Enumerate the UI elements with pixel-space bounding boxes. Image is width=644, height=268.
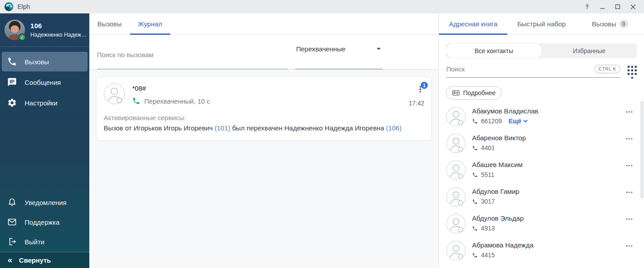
contact-menu-icon[interactable]	[626, 136, 632, 141]
contact-menu-icon[interactable]	[626, 163, 632, 168]
contact-name: Абрамова Надежда	[472, 241, 533, 249]
service-text: был перехвачен Надежненко Надежда Игорев…	[230, 124, 386, 132]
phone-icon	[472, 172, 478, 178]
contact-number: 4415	[481, 251, 495, 259]
tab-calls-right[interactable]: Вызовы 0	[576, 13, 644, 34]
sidebar-item-settings[interactable]: Настройки	[2, 93, 88, 113]
contact-name: Абаренов Виктор	[472, 134, 526, 142]
contact-menu-icon[interactable]	[626, 217, 632, 222]
user-name: Надежненко Надеж…	[30, 32, 87, 38]
contact-row[interactable]: Абдулов Гамир 3017	[446, 184, 632, 211]
tab-label: Адресная книга	[449, 20, 498, 28]
contacts-panel: Адресная книга Быстрый набор Вызовы 0 Вс…	[439, 13, 644, 268]
chevron-down-icon	[376, 48, 381, 50]
collapse-sidebar-button[interactable]: « Свернуть	[0, 252, 89, 268]
details-button-label: Подробнее	[463, 89, 496, 96]
scrollbar-thumb[interactable]	[640, 101, 644, 198]
contacts-search-input[interactable]	[446, 65, 594, 73]
contact-avatar	[446, 134, 466, 153]
contact-row[interactable]: Абаренов Виктор 4401	[446, 130, 632, 157]
contact-menu-icon[interactable]	[626, 243, 632, 248]
close-icon[interactable]	[625, 0, 640, 13]
user-avatar: ✓	[4, 20, 25, 40]
sidebar-item-label: Выйти	[25, 238, 44, 246]
app-logo-icon	[4, 2, 13, 11]
call-number: *08#	[132, 84, 210, 92]
calls-search-input[interactable]	[97, 44, 288, 69]
minimize-icon[interactable]	[595, 0, 610, 13]
services-label: Активированные сервисы:	[104, 113, 424, 123]
phone-icon	[472, 252, 478, 258]
contact-number: 4913	[481, 225, 495, 232]
segment-all-contacts[interactable]: Все контакты	[446, 43, 542, 58]
titlebar: Elph	[0, 0, 644, 13]
sidebar-item-label: Вызовы	[25, 58, 49, 66]
sidebar-item-support[interactable]: Поддержка	[2, 213, 88, 231]
pin-icon[interactable]	[580, 0, 595, 13]
contact-avatar	[446, 241, 466, 260]
intercepted-call-icon	[132, 97, 140, 105]
service-text: Вызов от Игорьков Игорь Игоревич	[104, 124, 215, 132]
sidebar-item-label: Поддержка	[25, 218, 59, 226]
extension-link[interactable]: (101)	[215, 124, 230, 132]
extension-link[interactable]: (106)	[386, 124, 401, 132]
call-card[interactable]: *08# Перехваченный, 10 с 1	[96, 76, 432, 141]
sidebar-item-messages[interactable]: Сообщения	[2, 72, 88, 92]
calls-search-row: Перехваченные	[89, 35, 439, 69]
tab-speed-dial[interactable]: Быстрый набор	[507, 13, 576, 34]
contact-avatar	[446, 187, 466, 207]
tab-address-book[interactable]: Адресная книга	[439, 13, 507, 34]
call-status: Перехваченный, 10 с	[144, 97, 210, 105]
tab-label: Вызовы	[592, 20, 616, 28]
contact-name: Абдулов Гамир	[472, 188, 519, 195]
phone-icon	[472, 118, 478, 124]
more-label: Ещё	[509, 117, 522, 125]
tab-label: Быстрый набор	[517, 20, 566, 28]
calls-filter-select[interactable]: Перехваченные	[295, 44, 383, 69]
maximize-icon[interactable]	[610, 0, 625, 13]
contact-row[interactable]: Абашев Максим 5511	[446, 157, 632, 184]
chat-icon	[7, 77, 17, 87]
sidebar-item-label: Сообщения	[25, 79, 61, 86]
gear-icon	[7, 98, 17, 108]
phone-icon	[472, 145, 478, 151]
contact-row[interactable]: Абрамова Надежда 4415	[446, 238, 632, 264]
filter-value: Перехваченные	[296, 45, 346, 53]
sidebar-item-calls[interactable]: Вызовы	[2, 52, 88, 71]
contact-row[interactable]: Абрамович Иван	[446, 264, 632, 268]
contact-name: Абакумов Владислав	[472, 107, 538, 115]
phone-icon	[7, 57, 17, 67]
tab-calls[interactable]: Вызовы	[89, 13, 130, 34]
envelope-icon	[7, 217, 17, 227]
contact-list: Абакумов Владислав 661209 Ещё	[439, 104, 644, 268]
contact-number: 661209	[481, 117, 502, 125]
call-menu-icon[interactable]: 1	[416, 85, 424, 94]
sidebar-menu: Вызовы Сообщения Настройки	[0, 47, 89, 113]
contact-name: Абашев Максим	[472, 161, 523, 168]
segment-favorites[interactable]: Избранные	[542, 43, 637, 58]
sidebar-item-logout[interactable]: Выйти	[2, 232, 88, 251]
contact-avatar	[446, 214, 466, 234]
contact-avatar	[446, 160, 466, 180]
contact-avatar	[104, 83, 125, 105]
user-profile[interactable]: ✓ 106 Надежненко Надеж…	[0, 13, 89, 47]
contacts-tabs: Адресная книга Быстрый набор Вызовы 0	[439, 13, 644, 35]
details-button[interactable]: Подробнее	[446, 86, 502, 100]
calls-panel: Вызовы Журнал Перехваченные	[89, 13, 439, 268]
notification-badge: 1	[421, 82, 428, 89]
calls-tabs: Вызовы Журнал	[89, 13, 439, 35]
contacts-segmented-control: Все контакты Избранные	[446, 43, 637, 58]
contact-row[interactable]: Абакумов Владислав 661209 Ещё	[446, 104, 632, 130]
collapse-label: Свернуть	[19, 256, 51, 264]
contact-row[interactable]: Абдулов Эльдар 4913	[446, 211, 632, 238]
sidebar-item-notifications[interactable]: Уведомления	[2, 193, 88, 212]
more-numbers-link[interactable]: Ещё	[509, 117, 527, 125]
bell-icon	[7, 197, 17, 207]
tab-journal[interactable]: Журнал	[130, 13, 171, 34]
contact-menu-icon[interactable]	[626, 109, 632, 114]
sidebar-item-label: Уведомления	[25, 199, 67, 206]
contact-menu-icon[interactable]	[626, 190, 632, 195]
phone-icon	[472, 199, 478, 205]
dialpad-icon[interactable]	[627, 66, 637, 79]
shortcut-badge: CTRL K	[594, 65, 620, 73]
